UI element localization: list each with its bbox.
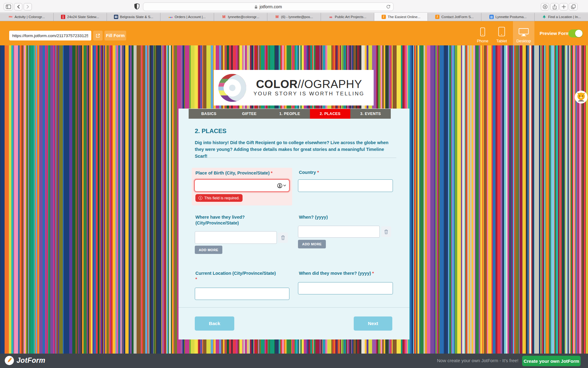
device-phone-button[interactable]: Phone: [473, 21, 492, 45]
place-of-birth-input[interactable]: [195, 180, 277, 191]
browser-tab-strip: 99dActivity | Colorogr...24x24 Slate Sid…: [0, 13, 588, 21]
browser-tab[interactable]: Find a Location | In...: [535, 13, 588, 21]
tablet-icon: [498, 27, 505, 36]
doc-favicon-icon: [489, 15, 494, 19]
new-tab-button[interactable]: [560, 3, 568, 10]
browser-tab-label: Public Art Projects...: [335, 15, 366, 19]
browser-tab[interactable]: /Contact JotForm S...: [428, 13, 481, 21]
browser-tab[interactable]: 99dActivity | Colorogr...: [0, 13, 54, 21]
99designs-favicon-icon: 99d: [8, 15, 13, 19]
forward-button[interactable]: [24, 3, 32, 10]
contact-person-icon: [277, 183, 282, 188]
autofill-contact-control[interactable]: [277, 183, 289, 188]
chevron-down-icon: [283, 185, 286, 186]
place-of-birth-input-wrap: [194, 179, 290, 192]
current-location-input[interactable]: [195, 288, 289, 300]
where-lived-delete-button[interactable]: [278, 232, 288, 243]
share-icon: [552, 4, 557, 10]
browser-tab-label: 24x24 Slate Sidew...: [67, 15, 99, 19]
back-button-form[interactable]: Back: [195, 316, 234, 331]
browser-tab-label: Find a Location | In...: [548, 15, 581, 19]
brand-title: COLOR//OGRAPHY: [247, 79, 371, 90]
navy-favicon-icon: [114, 15, 118, 19]
browser-tab[interactable]: Belgravia Slate & S...: [107, 13, 160, 21]
share-button[interactable]: [550, 3, 559, 10]
open-form-link-button[interactable]: [93, 31, 103, 40]
builder-toolbar: Fill Form Phone Tablet Desktop Preview F…: [0, 21, 588, 45]
when-lived-delete-button[interactable]: [381, 226, 391, 237]
browser-tab-label: Contact JotForm S...: [441, 15, 473, 19]
reload-button[interactable]: [386, 4, 390, 10]
form-tab-giftee[interactable]: GIFTEE: [229, 109, 270, 119]
browser-tab[interactable]: 24x24 Slate Sidew...: [54, 13, 107, 21]
phone-icon: [480, 27, 485, 36]
trash-icon: [281, 235, 285, 240]
preview-form-label: Preview Form: [540, 31, 570, 36]
when-lived-label: When? (yyyy): [299, 214, 328, 220]
when-lived-add-more-button[interactable]: ADD MORE: [298, 240, 326, 248]
gmail-favicon-icon: M: [275, 15, 279, 19]
section-description: Dig into history! Did the Gift Recipient…: [195, 139, 394, 159]
address-bar[interactable]: jotform.com: [143, 2, 394, 11]
browser-tab-label: (6) - lynnette@pos...: [281, 15, 313, 19]
fill-form-button[interactable]: Fill Form: [104, 31, 126, 40]
form-tab-basics[interactable]: BASICS: [189, 109, 229, 119]
browser-tab[interactable]: /The Easiest Online...: [374, 13, 428, 21]
footer-promo-text: Now create your own JotForm - It's free!: [437, 358, 518, 363]
browser-tab[interactable]: ∞Public Art Projects...: [321, 13, 375, 21]
shield-icon: [134, 3, 140, 10]
browser-tab[interactable]: Orders | Account |...: [160, 13, 214, 21]
browser-tab-label: The Easiest Online...: [388, 15, 420, 19]
sidebar-toggle-button[interactable]: [4, 3, 13, 10]
downloads-button[interactable]: [541, 3, 549, 10]
jotform-favicon-icon: /: [382, 15, 386, 19]
download-icon: [543, 4, 548, 9]
jotform-pencil-icon: [5, 356, 14, 365]
form-logo-banner: COLOR//OGRAPHY YOUR STORY IS WORTH TELLI…: [214, 70, 374, 105]
browser-tab[interactable]: Mlynnette@colorogr...: [214, 13, 268, 21]
trash-icon: [384, 229, 388, 234]
browser-tab[interactable]: M(6) - lynnette@pos...: [267, 13, 321, 21]
create-jotform-button[interactable]: Create your own JotForm: [522, 356, 581, 366]
device-tablet-button[interactable]: Tablet: [492, 21, 511, 45]
device-desktop-label: Desktop: [516, 39, 531, 43]
where-lived-add-more-button[interactable]: ADD MORE: [195, 246, 222, 254]
tab-overview-button[interactable]: [569, 3, 578, 10]
chat-widget-avatar[interactable]: [575, 90, 588, 104]
country-input[interactable]: [298, 179, 393, 192]
when-lived-input[interactable]: [298, 226, 380, 238]
jotform-favicon-icon: /: [435, 15, 439, 19]
device-tablet-label: Tablet: [496, 39, 507, 43]
where-lived-label: Where have they lived? (City/Province/St…: [195, 214, 245, 226]
form-tab-1-people[interactable]: 1. PEOPLE: [270, 109, 310, 119]
privacy-shield-button[interactable]: [134, 3, 140, 11]
desktop-icon: [518, 28, 529, 36]
address-bar-url: jotform.com: [259, 4, 282, 9]
required-marker: *: [271, 171, 273, 175]
form-tab-3-events[interactable]: 3. EVENTS: [350, 109, 391, 119]
next-button-form[interactable]: Next: [354, 316, 392, 331]
form-tab-2-places[interactable]: 2. PLACES: [310, 109, 350, 119]
plus-icon: [562, 5, 566, 9]
field-error-message: ! This field is required.: [195, 194, 243, 202]
jotform-brand-text: JotForm: [17, 356, 45, 365]
reload-icon: [386, 4, 390, 9]
form-card: BASICSGIFTEE1. PEOPLE2. PLACES3. EVENTS …: [179, 109, 409, 339]
back-button[interactable]: [14, 3, 22, 10]
tree-favicon-icon: [542, 15, 546, 19]
colorography-logo-icon: [218, 73, 247, 102]
browser-tab-label: lynnette@colorogr...: [228, 15, 259, 19]
moved-when-input[interactable]: [298, 282, 393, 294]
preview-form-toggle[interactable]: [568, 29, 583, 37]
browser-tab[interactable]: Lynnette Postuma...: [481, 13, 535, 21]
footer-divider: [179, 307, 409, 308]
form-url-input[interactable]: [9, 31, 91, 40]
where-lived-input[interactable]: [195, 231, 277, 244]
form-logo-text: COLOR//OGRAPHY YOUR STORY IS WORTH TELLI…: [247, 79, 374, 97]
device-desktop-button[interactable]: Desktop: [513, 21, 534, 45]
jotform-footer-logo[interactable]: JotForm: [5, 356, 45, 365]
jotform-footer: JotForm Now create your own JotForm - It…: [0, 354, 588, 368]
country-label: Country *: [299, 170, 319, 175]
gmail-favicon-icon: M: [222, 15, 226, 19]
external-link-icon: [96, 33, 100, 38]
